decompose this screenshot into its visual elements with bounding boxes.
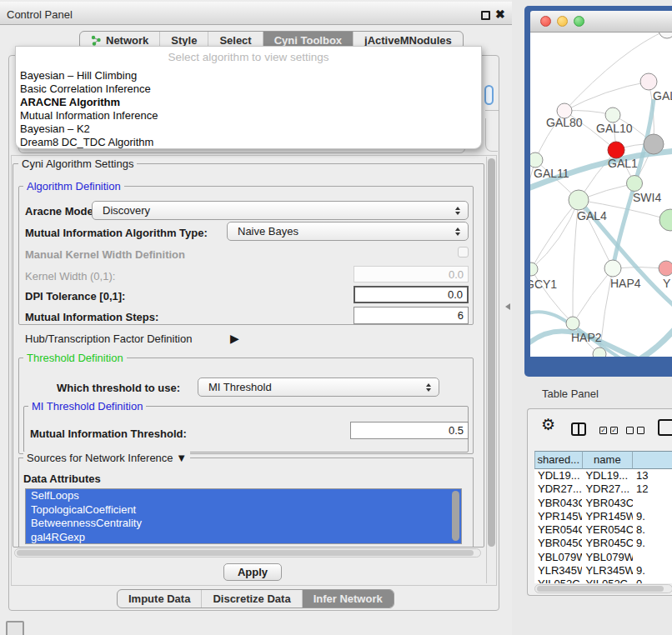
settings-vertical-scrollbar[interactable] xyxy=(486,157,497,583)
table-row[interactable]: YDL19...YDL19...13 xyxy=(534,469,672,482)
settings-horizontal-scrollbar[interactable] xyxy=(14,548,481,558)
dpi-tolerance-field[interactable]: 0.0 xyxy=(354,286,469,303)
zoom-traffic-light-icon[interactable] xyxy=(574,16,584,27)
node-hap2[interactable] xyxy=(566,317,579,330)
apply-button[interactable]: Apply xyxy=(223,563,282,581)
which-threshold-label: Which threshold to use: xyxy=(57,382,180,394)
close-icon[interactable]: ✖ xyxy=(495,8,505,21)
column-header[interactable] xyxy=(633,451,672,469)
list-item[interactable]: TopologicalCoefficient xyxy=(26,503,461,518)
cell: 8. xyxy=(633,523,672,537)
close-traffic-light-icon[interactable] xyxy=(540,16,551,27)
control-panel: Control Panel ✖ Network Style Select Cyn… xyxy=(0,0,512,635)
node-gal[interactable] xyxy=(640,73,657,90)
select-all-checkbox-icon[interactable]: ✓ xyxy=(610,427,618,434)
list-item[interactable]: BetweennessCentrality xyxy=(26,517,461,531)
algorithm-option[interactable]: Dream8 DC_TDC Algorithm xyxy=(20,136,153,149)
table-row[interactable]: YIL052CYIL052C0 xyxy=(534,578,672,583)
network-window-titlebar[interactable] xyxy=(530,11,672,32)
node[interactable] xyxy=(659,209,672,231)
table-panel-title: Table Panel xyxy=(542,388,599,400)
table-horizontal-scrollbar[interactable] xyxy=(534,584,672,593)
kernel-width-label: Kernel Width (0,1): xyxy=(25,270,115,282)
cell: YBR045C xyxy=(534,537,582,550)
control-panel-titlebar: Control Panel ✖ xyxy=(0,2,512,25)
cell: YLR345W xyxy=(534,564,582,578)
column-header[interactable]: name xyxy=(583,451,634,469)
deselect-checkbox-icon[interactable] xyxy=(637,427,644,434)
scrollbar-thumb[interactable] xyxy=(17,550,474,556)
node[interactable] xyxy=(659,32,672,38)
hub-definition-label[interactable]: Hub/Transcription Factor Definition xyxy=(25,332,192,345)
sources-group-title[interactable]: Sources for Network Inference ▼ xyxy=(23,452,190,464)
cell: YDR27... xyxy=(534,482,582,496)
list-item[interactable]: gal4RGexp xyxy=(26,531,461,545)
mi-type-combobox[interactable]: Naive Bayes xyxy=(227,222,469,241)
window-grip[interactable] xyxy=(6,621,24,635)
node-gal1-selected[interactable] xyxy=(608,142,624,158)
list-scrollbar-thumb[interactable] xyxy=(452,491,459,541)
node-hap4[interactable] xyxy=(604,260,621,277)
node-label: GAL1 xyxy=(608,157,638,170)
node-gal4[interactable] xyxy=(569,190,589,210)
tab-discretize-data[interactable]: Discretize Data xyxy=(201,590,301,608)
table-row[interactable]: YDR27...YDR27...12 xyxy=(534,482,672,496)
data-attributes-list[interactable]: SelfLoops TopologicalCoefficient Between… xyxy=(25,488,462,544)
node-swi4[interactable] xyxy=(627,176,643,192)
panel-title: Control Panel xyxy=(7,8,73,21)
cell: YBL079W xyxy=(534,551,582,564)
select-all-checkbox-icon[interactable]: ✓ xyxy=(599,427,607,434)
tab-infer-network[interactable]: Infer Network xyxy=(302,590,394,608)
node-gal11[interactable] xyxy=(530,152,543,168)
cell: 9. xyxy=(633,537,672,550)
algorithm-option[interactable]: Bayesian – K2 xyxy=(20,122,90,136)
collapse-arrow-icon[interactable]: ▶ xyxy=(230,332,239,345)
table-row[interactable]: YLR345WYLR345W9. xyxy=(534,564,672,578)
mi-threshold-value: 0.5 xyxy=(449,424,464,437)
columns-icon[interactable] xyxy=(571,422,586,436)
cell: YER054C xyxy=(534,523,582,537)
minimize-traffic-light-icon[interactable] xyxy=(557,16,568,27)
algorithm-option[interactable]: Bayesian – Hill Climbing xyxy=(20,69,137,82)
algorithm-option[interactable]: Mutual Information Inference xyxy=(20,109,158,122)
scrollbar-thumb[interactable] xyxy=(488,158,495,547)
deselect-checkbox-icon[interactable] xyxy=(626,427,634,434)
dpi-tolerance-value: 0.0 xyxy=(448,288,463,301)
mi-steps-field[interactable]: 6 xyxy=(354,307,469,324)
node-attribute-table: shared... name YDL19...YDL19...13 YDR27.… xyxy=(534,451,672,583)
table-row[interactable]: YER054CYER054C8. xyxy=(534,523,672,537)
which-threshold-combobox[interactable]: MI Threshold xyxy=(198,378,439,397)
list-item[interactable]: SelfLoops xyxy=(26,489,461,503)
gear-icon[interactable]: ⚙ xyxy=(541,415,555,434)
algorithm-dropdown-popup: Select algorithm to view settings Bayesi… xyxy=(15,46,482,149)
node-label: Y xyxy=(663,277,671,290)
which-threshold-value: MI Threshold xyxy=(198,381,422,393)
table-panel: ⚙ ✓ ✓ shared... name YDL19...YDL19...13 … xyxy=(527,408,672,596)
node-y[interactable] xyxy=(659,261,672,276)
tab-impute-data[interactable]: Impute Data xyxy=(118,590,201,608)
node-gal10[interactable] xyxy=(605,108,620,122)
cell: 9. xyxy=(633,510,672,523)
table-row[interactable]: YPR145WYPR145W9. xyxy=(534,510,672,523)
scrollbar-thumb[interactable] xyxy=(537,586,664,592)
node[interactable] xyxy=(593,348,606,357)
aracne-mode-combobox[interactable]: Discovery xyxy=(92,201,469,220)
algorithm-option[interactable]: Basic Correlation Inference xyxy=(20,82,151,96)
float-panel-icon[interactable] xyxy=(481,11,490,20)
table-row[interactable]: YBL079WYBL079W xyxy=(534,551,672,564)
network-canvas[interactable]: GAL GAL80 GAL10 GAL1 GAL11 SWI4 GAL4 HAP… xyxy=(530,32,672,357)
node-gray[interactable] xyxy=(644,134,664,154)
kernel-width-field[interactable]: 0.0 xyxy=(354,266,469,282)
panel-divider-handle[interactable] xyxy=(505,303,510,310)
algorithm-option-selected[interactable]: ARACNE Algorithm xyxy=(20,96,120,109)
manual-kernel-checkbox[interactable] xyxy=(458,247,469,258)
table-row[interactable]: YBR043CYBR043C xyxy=(534,497,672,510)
mi-threshold-field[interactable]: 0.5 xyxy=(350,422,469,439)
table-mode-icon[interactable] xyxy=(658,419,672,436)
column-header[interactable]: shared... xyxy=(534,451,583,469)
threshold-definition-title: Threshold Definition xyxy=(23,352,127,364)
mi-steps-label: Mutual Information Steps: xyxy=(25,311,158,323)
node-label: SWI4 xyxy=(633,191,661,204)
network-view-window: GAL GAL80 GAL10 GAL1 GAL11 SWI4 GAL4 HAP… xyxy=(524,6,672,377)
table-row[interactable]: YBR045CYBR045C9. xyxy=(534,537,672,550)
